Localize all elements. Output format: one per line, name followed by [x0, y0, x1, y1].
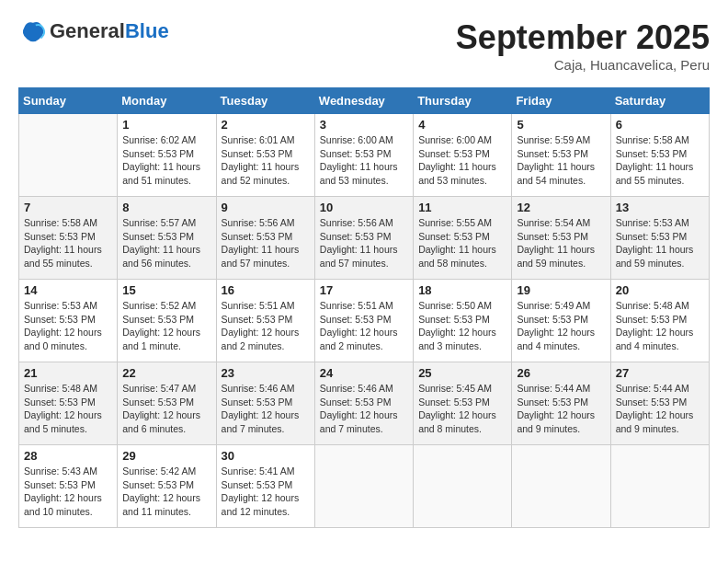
calendar-cell	[414, 445, 512, 528]
day-info: Sunrise: 5:56 AMSunset: 5:53 PMDaylight:…	[320, 216, 408, 270]
calendar-cell: 24Sunrise: 5:46 AMSunset: 5:53 PMDayligh…	[314, 362, 413, 445]
day-info: Sunrise: 5:58 AMSunset: 5:53 PMDaylight:…	[616, 133, 704, 188]
day-number: 21	[24, 366, 112, 380]
calendar-cell: 22Sunrise: 5:47 AMSunset: 5:53 PMDayligh…	[118, 362, 216, 445]
day-info: Sunrise: 6:00 AMSunset: 5:53 PMDaylight:…	[418, 133, 506, 188]
day-number: 19	[517, 283, 605, 297]
col-header-thursday: Thursday	[414, 88, 512, 114]
day-number: 16	[222, 283, 310, 297]
day-info: Sunrise: 5:53 AMSunset: 5:53 PMDaylight:…	[24, 299, 112, 353]
day-number: 10	[320, 201, 408, 214]
calendar-cell: 28Sunrise: 5:43 AMSunset: 5:53 PMDayligh…	[19, 445, 118, 528]
header: GeneralBlue September 2025 Caja, Huancav…	[18, 18, 710, 73]
calendar-cell: 17Sunrise: 5:51 AMSunset: 5:53 PMDayligh…	[314, 280, 413, 362]
day-number: 6	[616, 118, 704, 132]
calendar-cell: 19Sunrise: 5:49 AMSunset: 5:53 PMDayligh…	[512, 280, 610, 362]
day-number: 18	[418, 283, 506, 297]
calendar-cell: 6Sunrise: 5:58 AMSunset: 5:53 PMDaylight…	[610, 114, 709, 197]
calendar-cell: 3Sunrise: 6:00 AMSunset: 5:53 PMDaylight…	[314, 114, 413, 197]
day-info: Sunrise: 5:46 AMSunset: 5:53 PMDaylight:…	[320, 382, 408, 436]
calendar-cell: 26Sunrise: 5:44 AMSunset: 5:53 PMDayligh…	[512, 362, 610, 445]
day-number: 25	[418, 366, 506, 380]
day-info: Sunrise: 5:44 AMSunset: 5:53 PMDaylight:…	[517, 382, 605, 436]
day-number: 29	[122, 449, 210, 463]
calendar-cell: 15Sunrise: 5:52 AMSunset: 5:53 PMDayligh…	[118, 280, 216, 362]
day-info: Sunrise: 6:01 AMSunset: 5:53 PMDaylight:…	[222, 133, 310, 188]
calendar-cell: 13Sunrise: 5:53 AMSunset: 5:53 PMDayligh…	[610, 197, 709, 280]
day-number: 24	[320, 366, 408, 380]
day-info: Sunrise: 5:57 AMSunset: 5:53 PMDaylight:…	[122, 216, 210, 270]
calendar-cell: 9Sunrise: 5:56 AMSunset: 5:53 PMDaylight…	[216, 197, 314, 280]
day-info: Sunrise: 5:44 AMSunset: 5:53 PMDaylight:…	[616, 382, 704, 436]
day-info: Sunrise: 5:51 AMSunset: 5:53 PMDaylight:…	[222, 299, 310, 353]
calendar-cell: 1Sunrise: 6:02 AMSunset: 5:53 PMDaylight…	[118, 114, 216, 197]
calendar-cell: 27Sunrise: 5:44 AMSunset: 5:53 PMDayligh…	[610, 362, 709, 445]
calendar-cell: 14Sunrise: 5:53 AMSunset: 5:53 PMDayligh…	[19, 280, 118, 362]
day-number: 17	[320, 283, 408, 297]
day-info: Sunrise: 5:49 AMSunset: 5:53 PMDaylight:…	[517, 299, 605, 353]
calendar-header-row: SundayMondayTuesdayWednesdayThursdayFrid…	[19, 88, 710, 114]
calendar-cell: 30Sunrise: 5:41 AMSunset: 5:53 PMDayligh…	[216, 445, 314, 528]
day-number: 8	[122, 201, 210, 214]
day-number: 20	[616, 283, 704, 297]
logo: GeneralBlue	[18, 18, 169, 44]
col-header-wednesday: Wednesday	[314, 88, 413, 114]
day-info: Sunrise: 5:56 AMSunset: 5:53 PMDaylight:…	[222, 216, 310, 270]
calendar-cell: 12Sunrise: 5:54 AMSunset: 5:53 PMDayligh…	[512, 197, 610, 280]
logo-blue-text: Blue	[125, 19, 169, 42]
calendar-week-row: 14Sunrise: 5:53 AMSunset: 5:53 PMDayligh…	[19, 280, 710, 362]
calendar-cell: 11Sunrise: 5:55 AMSunset: 5:53 PMDayligh…	[414, 197, 512, 280]
calendar-cell: 18Sunrise: 5:50 AMSunset: 5:53 PMDayligh…	[414, 280, 512, 362]
calendar-week-row: 28Sunrise: 5:43 AMSunset: 5:53 PMDayligh…	[19, 445, 710, 528]
calendar-cell: 5Sunrise: 5:59 AMSunset: 5:53 PMDaylight…	[512, 114, 610, 197]
logo-icon	[20, 18, 46, 44]
day-info: Sunrise: 5:48 AMSunset: 5:53 PMDaylight:…	[616, 299, 704, 353]
day-info: Sunrise: 5:54 AMSunset: 5:53 PMDaylight:…	[517, 216, 605, 270]
day-info: Sunrise: 5:51 AMSunset: 5:53 PMDaylight:…	[320, 299, 408, 353]
day-number: 11	[418, 201, 506, 214]
calendar-cell: 4Sunrise: 6:00 AMSunset: 5:53 PMDaylight…	[414, 114, 512, 197]
day-number: 27	[616, 366, 704, 380]
day-number: 23	[222, 366, 310, 380]
day-info: Sunrise: 5:59 AMSunset: 5:53 PMDaylight:…	[517, 133, 605, 188]
day-number: 1	[122, 118, 210, 132]
calendar-cell: 2Sunrise: 6:01 AMSunset: 5:53 PMDaylight…	[216, 114, 314, 197]
day-number: 26	[517, 366, 605, 380]
day-number: 5	[517, 118, 605, 132]
day-info: Sunrise: 5:43 AMSunset: 5:53 PMDaylight:…	[24, 465, 112, 519]
day-number: 15	[122, 283, 210, 297]
day-number: 9	[222, 201, 310, 214]
day-number: 7	[24, 201, 112, 214]
day-info: Sunrise: 5:47 AMSunset: 5:53 PMDaylight:…	[122, 382, 210, 436]
day-number: 28	[24, 449, 112, 463]
day-number: 22	[122, 366, 210, 380]
col-header-monday: Monday	[118, 88, 216, 114]
day-number: 3	[320, 118, 408, 132]
day-number: 30	[222, 449, 310, 463]
day-info: Sunrise: 5:53 AMSunset: 5:53 PMDaylight:…	[616, 216, 704, 270]
day-info: Sunrise: 5:46 AMSunset: 5:53 PMDaylight:…	[222, 382, 310, 436]
day-number: 13	[616, 201, 704, 214]
day-info: Sunrise: 5:58 AMSunset: 5:53 PMDaylight:…	[24, 216, 112, 270]
calendar-cell: 25Sunrise: 5:45 AMSunset: 5:53 PMDayligh…	[414, 362, 512, 445]
day-number: 12	[517, 201, 605, 214]
calendar-cell	[19, 114, 118, 197]
col-header-sunday: Sunday	[19, 88, 118, 114]
col-header-friday: Friday	[512, 88, 610, 114]
title-area: September 2025 Caja, Huancavelica, Peru	[456, 18, 710, 73]
col-header-saturday: Saturday	[610, 88, 709, 114]
calendar-week-row: 7Sunrise: 5:58 AMSunset: 5:53 PMDaylight…	[19, 197, 710, 280]
calendar-week-row: 21Sunrise: 5:48 AMSunset: 5:53 PMDayligh…	[19, 362, 710, 445]
day-info: Sunrise: 6:00 AMSunset: 5:53 PMDaylight:…	[320, 133, 408, 188]
month-title: September 2025	[456, 18, 710, 57]
calendar-week-row: 1Sunrise: 6:02 AMSunset: 5:53 PMDaylight…	[19, 114, 710, 197]
day-number: 2	[222, 118, 310, 132]
day-info: Sunrise: 5:55 AMSunset: 5:53 PMDaylight:…	[418, 216, 506, 270]
day-info: Sunrise: 5:41 AMSunset: 5:53 PMDaylight:…	[222, 465, 310, 519]
calendar-cell: 16Sunrise: 5:51 AMSunset: 5:53 PMDayligh…	[216, 280, 314, 362]
col-header-tuesday: Tuesday	[216, 88, 314, 114]
calendar-cell: 8Sunrise: 5:57 AMSunset: 5:53 PMDaylight…	[118, 197, 216, 280]
day-info: Sunrise: 5:48 AMSunset: 5:53 PMDaylight:…	[24, 382, 112, 436]
location-subtitle: Caja, Huancavelica, Peru	[456, 57, 710, 73]
logo-general-text: General	[50, 19, 125, 42]
